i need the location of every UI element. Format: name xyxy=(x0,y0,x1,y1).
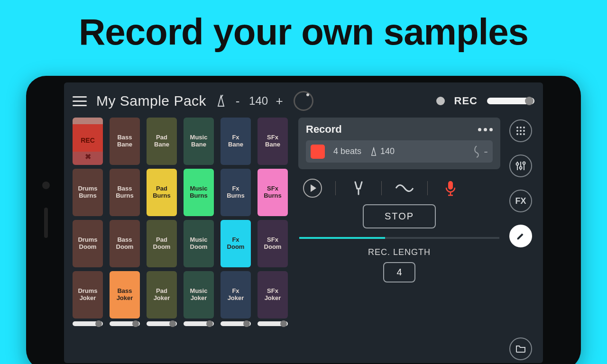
pad-music-doom[interactable]: MusicDoom xyxy=(184,220,214,267)
pad-sfx-joker[interactable]: SFxJoker xyxy=(258,271,288,318)
svg-point-4 xyxy=(523,127,525,128)
mixer-button[interactable] xyxy=(509,155,532,177)
pad-pad-joker[interactable]: PadJoker xyxy=(147,271,177,318)
topbar: My Sample Pack - 140 + REC xyxy=(73,89,534,113)
svg-point-5 xyxy=(516,130,518,132)
pack-title: My Sample Pack xyxy=(96,93,206,109)
pad-bass-burns[interactable]: BassBurns xyxy=(110,169,140,216)
pad-music-joker[interactable]: MusicJoker xyxy=(184,271,214,318)
pad-bass-joker[interactable]: BassJoker xyxy=(110,271,140,318)
tempo-value: 140 xyxy=(249,94,268,108)
pad-sfx-burns[interactable]: SFxBurns xyxy=(258,169,288,216)
folder-button[interactable] xyxy=(509,337,532,360)
column-volume-drums[interactable] xyxy=(73,321,103,326)
separator xyxy=(381,181,382,195)
pad-drums-burns[interactable]: DrumsBurns xyxy=(73,169,103,216)
edit-button[interactable] xyxy=(509,225,532,247)
pad-sfx-bane[interactable]: SFxBane xyxy=(258,118,288,165)
fx-button[interactable]: FX xyxy=(509,190,532,212)
side-toolbar: FX xyxy=(507,118,534,360)
pad-sfx-doom[interactable]: SFxDoom xyxy=(258,220,288,267)
sliders-icon xyxy=(515,160,526,172)
phone-frame: My Sample Pack - 140 + REC REC✖BassBaneP… xyxy=(26,76,581,364)
menu-icon[interactable] xyxy=(73,96,87,106)
pad-fx-doom[interactable]: FxDoom xyxy=(221,220,251,267)
microphone-icon[interactable] xyxy=(441,179,460,198)
content-row: REC✖BassBanePadBaneMusicBaneFxBaneSFxBan… xyxy=(73,118,534,360)
more-icon[interactable] xyxy=(478,128,493,131)
app-screen: My Sample Pack - 140 + REC REC✖BassBaneP… xyxy=(64,82,543,363)
column-volume-pad[interactable] xyxy=(147,321,177,326)
pad-fx-joker[interactable]: FxJoker xyxy=(221,271,251,318)
wave-icon[interactable] xyxy=(395,179,414,198)
pad-drums-joker[interactable]: DrumsJoker xyxy=(73,271,103,318)
gain-knob[interactable] xyxy=(294,91,313,111)
record-progress[interactable] xyxy=(299,237,499,239)
column-sliders xyxy=(73,321,292,326)
svg-point-2 xyxy=(516,127,518,128)
treble-clef-icon xyxy=(472,145,481,158)
rec-length-label: REC. LENGTH xyxy=(368,247,431,257)
svg-point-9 xyxy=(520,133,522,135)
svg-point-6 xyxy=(520,130,522,132)
pad-pad-burns[interactable]: PadBurns xyxy=(147,169,177,216)
beats-label: 4 beats xyxy=(333,146,361,156)
pad-pad-doom[interactable]: PadDoom xyxy=(147,220,177,267)
record-tempo-value: 140 xyxy=(380,146,395,156)
record-card-title: Record xyxy=(306,123,342,136)
tempo-plus-button[interactable]: + xyxy=(275,94,284,109)
grid-icon xyxy=(515,126,526,136)
svg-point-8 xyxy=(516,133,518,135)
pad-grid-wrap: REC✖BassBanePadBaneMusicBaneFxBaneSFxBan… xyxy=(73,118,292,360)
svg-point-3 xyxy=(520,127,522,128)
svg-point-16 xyxy=(523,162,525,164)
svg-point-7 xyxy=(523,130,525,132)
tempo-minus-button[interactable]: - xyxy=(233,94,242,109)
tuning-fork-icon[interactable] xyxy=(349,179,368,198)
record-tempo: 140 xyxy=(370,146,395,156)
pad-record[interactable]: REC✖ xyxy=(73,118,103,165)
color-swatch[interactable] xyxy=(311,145,325,159)
clef-value: - xyxy=(484,144,488,159)
record-info-row: 4 beats 140 - xyxy=(306,140,493,163)
tempo-control: - 140 + xyxy=(216,94,284,109)
record-card: Record 4 beats 140 xyxy=(298,118,500,169)
grid-view-button[interactable] xyxy=(509,119,532,142)
column-volume-fx[interactable] xyxy=(221,321,251,326)
separator xyxy=(427,181,428,195)
right-panel: Record 4 beats 140 xyxy=(298,118,534,360)
metronome-icon xyxy=(370,147,377,156)
pad-drums-doom[interactable]: DrumsDoom xyxy=(73,220,103,267)
column-volume-sfx[interactable] xyxy=(258,321,288,326)
svg-rect-1 xyxy=(448,181,453,190)
pad-fx-burns[interactable]: FxBurns xyxy=(221,169,251,216)
clef-readout: - xyxy=(472,144,488,159)
record-label[interactable]: REC xyxy=(454,95,478,107)
master-volume-slider[interactable] xyxy=(487,98,534,104)
rec-length-value[interactable]: 4 xyxy=(383,262,415,282)
metronome-icon xyxy=(216,95,226,107)
detail-column: Record 4 beats 140 xyxy=(298,118,500,360)
edit-icon xyxy=(515,231,526,241)
svg-point-15 xyxy=(520,167,522,169)
pad-music-burns[interactable]: MusicBurns xyxy=(184,169,214,216)
play-button[interactable] xyxy=(303,179,322,198)
pad-bass-bane[interactable]: BassBane xyxy=(110,118,140,165)
pad-music-bane[interactable]: MusicBane xyxy=(184,118,214,165)
mode-row xyxy=(298,176,500,198)
folder-icon xyxy=(515,345,526,353)
column-volume-bass[interactable] xyxy=(110,321,140,326)
pad-pad-bane[interactable]: PadBane xyxy=(147,118,177,165)
pad-grid: REC✖BassBanePadBaneMusicBaneFxBaneSFxBan… xyxy=(73,118,292,318)
rec-length-group: REC. LENGTH 4 xyxy=(298,247,500,282)
record-indicator-icon xyxy=(436,97,445,105)
svg-point-14 xyxy=(516,163,519,165)
stop-button[interactable]: STOP xyxy=(363,204,436,228)
pad-bass-doom[interactable]: BassDoom xyxy=(110,220,140,267)
column-volume-music[interactable] xyxy=(184,321,214,326)
separator xyxy=(335,181,336,195)
svg-point-10 xyxy=(523,133,525,135)
pad-fx-bane[interactable]: FxBane xyxy=(221,118,251,165)
headline: Record your own samples xyxy=(0,0,607,54)
